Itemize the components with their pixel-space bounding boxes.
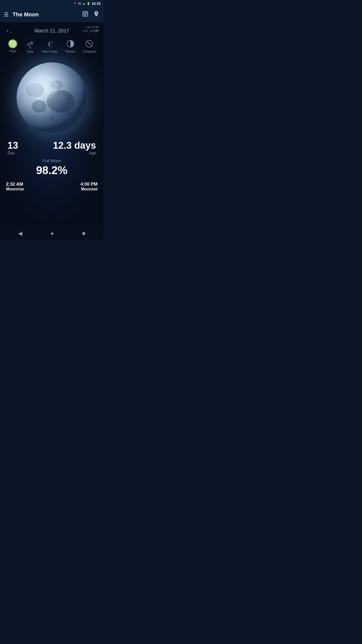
recent-button[interactable]: ■ xyxy=(82,230,85,237)
moon-display xyxy=(0,57,104,140)
latitude: Lat: 37.42° xyxy=(83,25,100,29)
app-title: The Moon xyxy=(13,11,78,18)
compass-label: Compass xyxy=(83,50,96,53)
svg-point-21 xyxy=(27,83,44,97)
moonset-label: Moonset xyxy=(81,187,98,191)
longitude: Lon: -122.08° xyxy=(83,29,100,33)
prev-date-button[interactable]: ‹ xyxy=(4,26,11,35)
age-label: Age xyxy=(89,151,96,155)
current-date[interactable]: March 11, 2017 xyxy=(16,28,87,34)
bottom-nav-bar: ◀ ● ■ xyxy=(0,226,104,240)
status-icons: 📍 4G ▲ 🔋 10:15 xyxy=(73,2,101,6)
main-content: ‹ March 11, 2017 › Lat: 37.42° Lon: -122… xyxy=(0,22,104,226)
svg-point-23 xyxy=(28,75,58,100)
svg-point-25 xyxy=(35,102,44,111)
moonrise-label: Moonrise xyxy=(6,187,52,191)
navigation-icons-row: ♍ Virgo Data Moon Days xyxy=(0,37,104,57)
phase-display: Full Moon xyxy=(0,157,104,164)
calendar-button[interactable] xyxy=(82,11,88,19)
telescope-icon xyxy=(26,39,35,48)
moon-surface-overlay xyxy=(17,62,87,133)
moonset-time: 4:00 PM xyxy=(80,182,98,187)
svg-point-27 xyxy=(50,116,54,120)
menu-button[interactable]: ☰ xyxy=(4,12,9,17)
phases-icon xyxy=(66,39,75,48)
svg-line-17 xyxy=(87,41,92,47)
svg-point-14 xyxy=(52,43,53,44)
day-value: 13 xyxy=(8,140,18,151)
compass-icon xyxy=(85,39,94,48)
virgo-icon: ♍ xyxy=(8,40,18,48)
status-time: 10:15 xyxy=(92,2,101,6)
nav-moondays[interactable]: Moon Days xyxy=(42,39,58,53)
status-bar: 📍 4G ▲ 🔋 10:15 xyxy=(0,0,104,7)
app-header: ☰ The Moon xyxy=(0,7,104,22)
moonrise-time: 2:32 AM xyxy=(6,182,52,187)
moon-image xyxy=(17,62,87,133)
svg-point-18 xyxy=(17,62,87,133)
location-status-icon: 📍 xyxy=(73,2,77,5)
coordinates-display: Lat: 37.42° Lon: -122.08° xyxy=(83,25,100,33)
moondays-label: Moon Days xyxy=(42,50,58,53)
age-stat: 12.3 days Age xyxy=(53,140,96,155)
rise-set-info: 2:32 AM Moonrise 4:00 PM Moonset xyxy=(0,179,104,196)
signal-icon: ▲ xyxy=(83,2,85,5)
phase-name: Full Moon xyxy=(42,158,61,163)
svg-point-19 xyxy=(47,90,74,113)
svg-point-24 xyxy=(52,93,69,110)
illumination-percentage: 98.2% xyxy=(36,164,68,176)
svg-rect-7 xyxy=(84,15,85,16)
back-button[interactable]: ◀ xyxy=(18,230,22,237)
svg-rect-6 xyxy=(86,14,87,15)
svg-point-13 xyxy=(51,42,52,43)
percentage-display: 98.2% xyxy=(0,164,104,179)
svg-point-26 xyxy=(66,110,72,116)
data-label: Data xyxy=(27,50,33,53)
day-stat: 13 Day xyxy=(8,140,18,155)
moonrise-block: 2:32 AM Moonrise xyxy=(6,182,52,191)
header-actions xyxy=(82,11,100,19)
age-value: 12.3 days xyxy=(53,140,96,151)
nav-virgo[interactable]: ♍ Virgo xyxy=(8,40,18,53)
svg-point-22 xyxy=(51,80,63,90)
home-button[interactable]: ● xyxy=(51,230,54,237)
battery-icon: 🔋 xyxy=(87,2,90,5)
moonset-block: 4:00 PM Moonset xyxy=(52,182,98,191)
day-label: Day xyxy=(8,151,18,155)
moondays-icon xyxy=(46,39,55,48)
nav-compass[interactable]: Compass xyxy=(83,39,96,53)
phases-label: Phases xyxy=(65,50,75,53)
nav-phases[interactable]: Phases xyxy=(65,39,75,53)
location-button[interactable] xyxy=(93,11,100,19)
svg-rect-8 xyxy=(85,15,86,16)
svg-rect-5 xyxy=(85,14,86,15)
svg-point-20 xyxy=(32,100,47,113)
date-navigation: ‹ March 11, 2017 › Lat: 37.42° Lon: -122… xyxy=(0,22,104,37)
virgo-label: Virgo xyxy=(9,49,16,53)
network-status: 4G xyxy=(78,2,82,5)
moon-stats-row: 13 Day 12.3 days Age xyxy=(0,140,104,157)
nav-data[interactable]: Data xyxy=(26,39,35,53)
svg-rect-4 xyxy=(84,14,85,15)
